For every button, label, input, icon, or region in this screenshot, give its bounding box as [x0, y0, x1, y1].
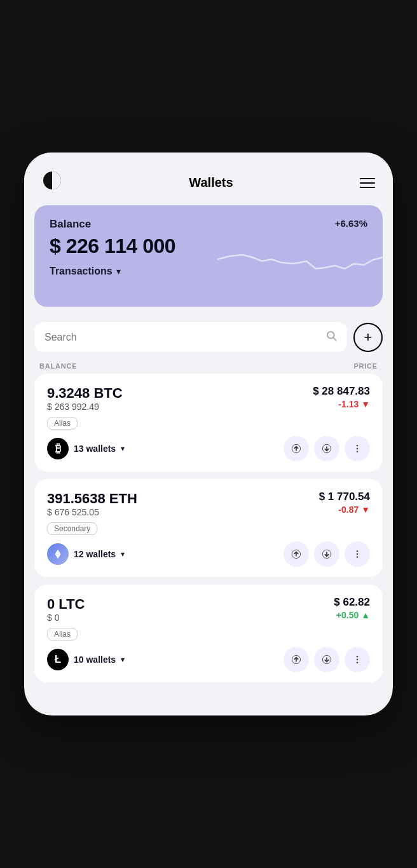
ltc-alias-badge: Alias — [47, 628, 78, 641]
svg-marker-12 — [58, 554, 61, 559]
eth-wallets-count: 12 wallets — [74, 549, 116, 559]
logo-icon — [42, 170, 62, 195]
svg-point-7 — [357, 445, 358, 446]
ltc-wallet-info[interactable]: Ł 10 wallets ▾ — [47, 649, 125, 670]
eth-send-button[interactable] — [284, 541, 309, 567]
app-container: Wallets Balance +6.63% $ 226 114 000 Tra… — [24, 153, 393, 715]
svg-marker-13 — [55, 554, 58, 559]
btc-amount: 9.3248 BTC — [47, 385, 123, 402]
header: Wallets — [24, 153, 393, 205]
ltc-wallets-chevron: ▾ — [121, 655, 125, 664]
transactions-row[interactable]: Transactions ▾ — [50, 266, 367, 277]
ltc-price: $ 62.82 — [334, 596, 370, 609]
ltc-logo: Ł — [47, 649, 69, 670]
svg-line-2 — [333, 337, 336, 340]
btc-wallets-count: 13 wallets — [74, 444, 116, 454]
price-column-header: PRICE — [353, 362, 378, 370]
balance-percent: +6.63% — [335, 218, 367, 229]
ltc-usd: $ 0 — [47, 613, 85, 623]
eth-wallet-info[interactable]: 12 wallets ▾ — [47, 543, 125, 565]
ltc-more-button[interactable] — [345, 647, 370, 672]
eth-usd: $ 676 525.05 — [47, 507, 137, 517]
ltc-actions — [284, 647, 370, 672]
eth-alias-badge: Secondary — [47, 522, 97, 535]
svg-point-20 — [357, 553, 358, 555]
search-box[interactable] — [34, 322, 347, 352]
btc-alias-badge: Alias — [47, 417, 78, 430]
btc-actions — [284, 436, 370, 461]
add-wallet-button[interactable]: + — [353, 323, 383, 352]
eth-actions — [284, 541, 370, 567]
btc-price: $ 28 847.83 — [313, 385, 370, 398]
coin-card-btc: 9.3248 BTC $ 263 992.49 $ 28 847.83 -1.1… — [34, 374, 383, 471]
eth-wallets-chevron: ▾ — [121, 550, 125, 559]
transactions-label: Transactions — [50, 266, 113, 277]
ltc-send-button[interactable] — [284, 647, 309, 672]
coin-card-eth: 391.5638 ETH $ 676 525.05 $ 1 770.54 -0.… — [34, 479, 383, 577]
transactions-chevron: ▾ — [116, 266, 121, 276]
coin-list: 9.3248 BTC $ 263 992.49 $ 28 847.83 -1.1… — [24, 374, 393, 682]
svg-point-9 — [357, 451, 358, 452]
eth-amount: 391.5638 ETH — [47, 491, 137, 507]
svg-point-27 — [357, 659, 358, 660]
eth-receive-button[interactable] — [314, 541, 339, 567]
menu-button[interactable] — [360, 178, 375, 188]
ltc-amount: 0 LTC — [47, 596, 85, 613]
btc-send-button[interactable] — [284, 436, 309, 461]
svg-point-21 — [357, 556, 358, 557]
search-input[interactable] — [44, 332, 319, 343]
coin-card-ltc: 0 LTC $ 0 $ 62.82 +0.50 ▲ Alias Ł 10 wal… — [34, 585, 383, 682]
eth-change: -0.87 ▼ — [319, 505, 370, 515]
search-row: + — [24, 317, 393, 357]
ltc-receive-button[interactable] — [314, 647, 339, 672]
btc-wallets-chevron: ▾ — [121, 444, 125, 453]
svg-point-8 — [357, 448, 358, 449]
eth-more-button[interactable] — [345, 541, 370, 567]
search-icon — [325, 330, 337, 344]
page-title: Wallets — [189, 175, 233, 190]
balance-card: Balance +6.63% $ 226 114 000 Transaction… — [34, 205, 383, 307]
column-headers: BALANCE PRICE — [24, 357, 393, 374]
ltc-change: +0.50 ▲ — [334, 610, 370, 620]
eth-logo — [47, 543, 69, 565]
btc-usd: $ 263 992.49 — [47, 402, 123, 412]
ltc-wallets-count: 10 wallets — [74, 654, 116, 665]
svg-point-28 — [357, 661, 358, 663]
btc-change: -1.13 ▼ — [313, 399, 370, 409]
eth-price: $ 1 770.54 — [319, 491, 370, 503]
svg-point-19 — [357, 550, 358, 552]
btc-receive-button[interactable] — [314, 436, 339, 461]
phone-frame: Wallets Balance +6.63% $ 226 114 000 Tra… — [0, 0, 417, 868]
btc-more-button[interactable] — [345, 436, 370, 461]
balance-column-header: BALANCE — [39, 362, 77, 370]
btc-wallet-info[interactable]: ₿ 13 wallets ▾ — [47, 438, 125, 459]
svg-point-26 — [357, 656, 358, 657]
btc-logo: ₿ — [47, 438, 69, 459]
balance-label: Balance — [50, 218, 91, 231]
